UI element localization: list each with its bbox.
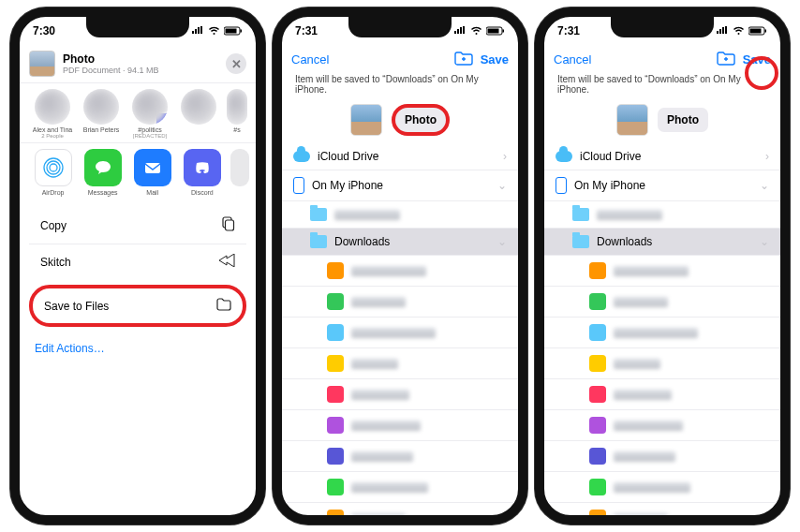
save-location-info: Item will be saved to “Downloads” on On … bbox=[544, 74, 780, 100]
action-label: Copy bbox=[40, 219, 67, 232]
contact-item[interactable]: #s bbox=[226, 89, 248, 139]
location-label: iCloud Drive bbox=[580, 150, 641, 163]
chevron-down-icon: ⌄ bbox=[497, 179, 507, 192]
folder-row[interactable] bbox=[544, 410, 780, 441]
filename-input[interactable]: Photo bbox=[405, 113, 437, 126]
folder-name-blurred bbox=[614, 513, 668, 524]
location-icloud[interactable]: iCloud Drive › bbox=[282, 143, 518, 170]
app-mail[interactable]: Mail bbox=[130, 149, 174, 196]
save-to-files-action[interactable]: Save to Files bbox=[33, 288, 243, 323]
phone-icon bbox=[556, 177, 567, 194]
folder-label: Downloads bbox=[334, 235, 390, 248]
svg-rect-1 bbox=[226, 29, 237, 34]
notch bbox=[611, 17, 714, 37]
share-title: Photo bbox=[63, 52, 159, 66]
close-icon: ✕ bbox=[231, 57, 242, 71]
share-subtitle: PDF Document · 94.1 MB bbox=[63, 66, 159, 75]
app-folder-icon bbox=[327, 417, 344, 434]
folder-icon bbox=[310, 235, 327, 248]
folder-row[interactable] bbox=[282, 256, 518, 287]
close-button[interactable]: ✕ bbox=[226, 53, 246, 74]
folder-row[interactable] bbox=[544, 201, 780, 229]
folder-row[interactable] bbox=[282, 379, 518, 410]
actions-list: Copy Skitch bbox=[29, 207, 246, 279]
folder-row[interactable] bbox=[282, 441, 518, 472]
phone-files-picker-save: 7:31 Cancel Save Item will be saved to “… bbox=[535, 7, 790, 525]
folder-row[interactable] bbox=[544, 441, 780, 472]
phone-share-sheet: 7:30 Photo PDF Document · 94.1 MB ✕ Alex… bbox=[10, 7, 265, 525]
folder-downloads[interactable]: Downloads ⌄ bbox=[282, 229, 518, 256]
save-button[interactable]: Save bbox=[481, 52, 509, 66]
folder-name-blurred bbox=[351, 451, 413, 462]
airdrop-icon bbox=[35, 149, 72, 186]
app-folder-icon bbox=[589, 355, 606, 372]
folder-row[interactable] bbox=[282, 472, 518, 503]
folder-row[interactable] bbox=[544, 348, 780, 379]
filename-row: Photo bbox=[544, 100, 780, 143]
filename-input[interactable]: Photo bbox=[658, 108, 708, 132]
folder-name-blurred bbox=[614, 266, 689, 276]
folder-name-blurred bbox=[351, 421, 421, 431]
folder-row[interactable] bbox=[544, 287, 780, 318]
app-label: Discord bbox=[180, 189, 224, 196]
location-icloud[interactable]: iCloud Drive › bbox=[544, 143, 780, 170]
messages-icon bbox=[84, 149, 122, 186]
cancel-button[interactable]: Cancel bbox=[554, 52, 591, 66]
svg-rect-2 bbox=[241, 30, 243, 33]
copy-action[interactable]: Copy bbox=[29, 207, 246, 244]
save-location-info: Item will be saved to “Downloads” on On … bbox=[282, 74, 518, 100]
cancel-button[interactable]: Cancel bbox=[291, 52, 329, 66]
new-folder-button[interactable] bbox=[717, 51, 735, 68]
folder-name-blurred bbox=[614, 482, 690, 493]
folder-row[interactable] bbox=[282, 348, 518, 379]
app-more[interactable] bbox=[230, 149, 250, 196]
app-airdrop[interactable]: AirDrop bbox=[31, 149, 75, 196]
folder-row[interactable] bbox=[282, 503, 518, 525]
location-on-my-iphone[interactable]: On My iPhone ⌄ bbox=[544, 170, 780, 201]
folder-name-blurred bbox=[351, 482, 428, 493]
folder-downloads[interactable]: Downloads ⌄ bbox=[544, 229, 780, 256]
app-discord[interactable]: Discord bbox=[180, 149, 224, 196]
app-label: Mail bbox=[130, 189, 174, 196]
folder-row[interactable] bbox=[282, 410, 518, 441]
location-on-my-iphone[interactable]: On My iPhone ⌄ bbox=[282, 170, 518, 201]
folder-name-blurred bbox=[351, 328, 436, 338]
action-label: Save to Files bbox=[44, 300, 109, 313]
skitch-action[interactable]: Skitch bbox=[29, 244, 246, 279]
svg-point-4 bbox=[47, 161, 60, 174]
app-label: Messages bbox=[81, 189, 125, 196]
contact-name: #s bbox=[226, 126, 248, 133]
contact-item[interactable]: Alex and Tina 2 People bbox=[31, 89, 74, 139]
save-files-action-highlight: Save to Files bbox=[29, 285, 246, 327]
folder-row[interactable] bbox=[544, 256, 780, 287]
app-folder-icon bbox=[589, 386, 606, 403]
folder-name-blurred bbox=[597, 210, 662, 220]
doc-thumbnail bbox=[29, 51, 55, 77]
contact-item[interactable]: Brian Peters bbox=[80, 89, 123, 139]
contact-name: #politics bbox=[128, 126, 171, 133]
edit-actions-link[interactable]: Edit Actions… bbox=[20, 334, 256, 362]
folder-row[interactable] bbox=[282, 318, 518, 348]
share-contacts-row: Alex and Tina 2 People Brian Peters #pol… bbox=[20, 83, 256, 142]
folder-icon bbox=[572, 208, 589, 221]
contact-item[interactable]: #politics [REDACTED] bbox=[128, 89, 171, 139]
doc-thumbnail bbox=[350, 104, 382, 136]
contact-avatar-icon bbox=[83, 89, 119, 125]
folder-row[interactable] bbox=[282, 201, 518, 229]
folder-row[interactable] bbox=[282, 287, 518, 318]
status-time: 7:30 bbox=[33, 24, 55, 37]
location-list: iCloud Drive › On My iPhone ⌄ Downloads … bbox=[544, 143, 780, 525]
folder-row[interactable] bbox=[544, 472, 780, 503]
folder-row[interactable] bbox=[544, 318, 780, 348]
new-folder-button[interactable] bbox=[454, 51, 473, 68]
filename-field-highlight: Photo bbox=[392, 104, 450, 136]
folder-row[interactable] bbox=[544, 379, 780, 410]
status-icons bbox=[191, 26, 243, 36]
save-button[interactable]: Save bbox=[743, 52, 771, 66]
app-folder-icon bbox=[327, 262, 344, 279]
folder-name-blurred bbox=[614, 297, 668, 307]
folder-row[interactable] bbox=[544, 503, 780, 525]
contact-item[interactable] bbox=[177, 89, 220, 139]
app-messages[interactable]: Messages bbox=[81, 149, 125, 196]
svg-rect-8 bbox=[226, 220, 234, 230]
